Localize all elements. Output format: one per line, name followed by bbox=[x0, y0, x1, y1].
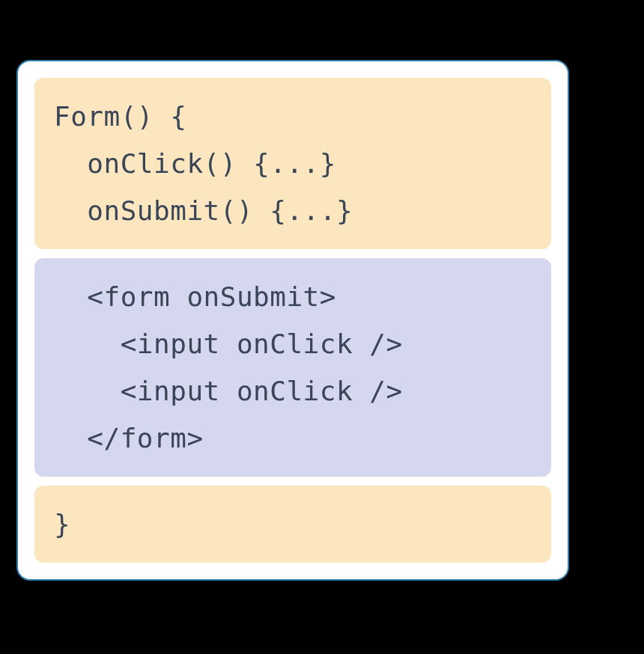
code-line: <form onSubmit> bbox=[54, 273, 532, 320]
code-line: } bbox=[54, 501, 532, 548]
code-line: onClick() {...} bbox=[54, 140, 532, 187]
code-line: onSubmit() {...} bbox=[54, 187, 532, 234]
code-block-top: Form() { onClick() {...} onSubmit() {...… bbox=[34, 78, 551, 249]
code-block-middle: <form onSubmit> <input onClick /> <input… bbox=[34, 258, 551, 477]
code-line: Form() { bbox=[54, 93, 532, 140]
code-line: <input onClick /> bbox=[54, 320, 532, 367]
code-diagram-card: Form() { onClick() {...} onSubmit() {...… bbox=[16, 60, 569, 581]
code-line: </form> bbox=[54, 415, 532, 462]
code-block-bottom: } bbox=[34, 486, 551, 563]
code-line: <input onClick /> bbox=[54, 367, 532, 415]
